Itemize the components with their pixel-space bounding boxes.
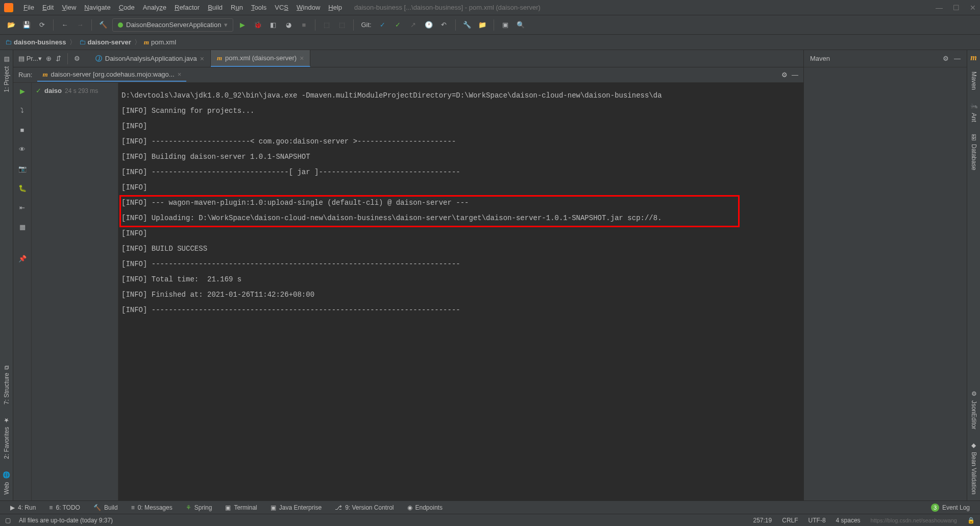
- save-icon[interactable]: 💾: [20, 19, 33, 31]
- menu-edit[interactable]: Edit: [38, 2, 58, 13]
- menu-build[interactable]: Build: [204, 2, 227, 13]
- sync-icon[interactable]: ⟳: [36, 19, 48, 31]
- gear-icon[interactable]: ⚙: [781, 71, 788, 79]
- indent-setting[interactable]: 4 spaces: [836, 517, 861, 524]
- messages-bottom-tab[interactable]: ≡0: Messages: [125, 503, 179, 513]
- close-tab-icon[interactable]: ×: [200, 55, 204, 63]
- search-icon[interactable]: 🔍: [514, 19, 527, 31]
- run-tab[interactable]: m daison-server [org.codehaus.mojo:wago.…: [37, 68, 186, 82]
- app-logo: [4, 3, 13, 12]
- target-icon[interactable]: ⊕: [46, 55, 52, 62]
- run-icon: ▶: [10, 504, 15, 511]
- menu-file[interactable]: File: [19, 2, 38, 13]
- exit-icon[interactable]: ⇤: [17, 202, 28, 212]
- database-tool-tab[interactable]: 🗄 Database: [968, 128, 979, 176]
- stop-button[interactable]: ■: [298, 19, 310, 31]
- menu-navigate[interactable]: Navigate: [80, 2, 114, 13]
- list-icon: ≡: [49, 504, 53, 511]
- close-icon[interactable]: ×: [178, 70, 182, 78]
- todo-bottom-tab[interactable]: ≡6: TODO: [43, 503, 86, 513]
- bug-filter-icon[interactable]: 🐛: [17, 183, 28, 193]
- enterprise-icon: ▣: [271, 504, 276, 511]
- file-encoding[interactable]: UTF-8: [808, 517, 826, 524]
- menu-refactor[interactable]: Refactor: [170, 2, 204, 13]
- coverage-button[interactable]: ◧: [267, 19, 279, 31]
- project-tool-tab[interactable]: 1: Project ▤: [1, 50, 12, 99]
- menu-help[interactable]: Help: [324, 2, 346, 13]
- menu-window[interactable]: Window: [292, 2, 324, 13]
- git-update-icon[interactable]: ✓: [377, 19, 389, 31]
- debug-button[interactable]: 🐞: [252, 19, 264, 31]
- java-enterprise-bottom-tab[interactable]: ▣Java Enterprise: [264, 503, 328, 513]
- rerun-icon[interactable]: ▶: [17, 86, 28, 96]
- pin-icon[interactable]: 📌: [17, 253, 28, 264]
- project-dropdown[interactable]: ▤ Pr...▾: [18, 55, 42, 62]
- breadcrumb-file[interactable]: m pom.xml: [144, 38, 176, 46]
- run-config-selector[interactable]: DaisonBeaconServerApplication ▾: [112, 18, 233, 32]
- web-tool-tab[interactable]: Web 🌐: [1, 465, 12, 500]
- ant-tool-tab[interactable]: 🐜 Ant: [968, 96, 979, 128]
- breadcrumb-root[interactable]: 🗀 daison-business: [5, 38, 66, 46]
- back-icon[interactable]: ←: [59, 19, 71, 31]
- watch-icon[interactable]: 👁: [17, 144, 28, 154]
- maven-tool-tab[interactable]: Maven: [968, 65, 979, 96]
- run-button[interactable]: ▶: [236, 19, 249, 31]
- console-output[interactable]: D:\devtools\Java\jdk1.8.0_92\bin\java.ex…: [118, 83, 803, 500]
- spring-bottom-tab[interactable]: ⚘Spring: [180, 503, 218, 513]
- settings-icon[interactable]: 🔧: [461, 19, 473, 31]
- gear-icon[interactable]: ⚙: [74, 55, 80, 62]
- lock-icon[interactable]: 🔒: [967, 517, 975, 524]
- git-history-icon[interactable]: 🕐: [423, 19, 435, 31]
- status-icon[interactable]: ▢: [5, 517, 11, 524]
- maximize-button[interactable]: ☐: [953, 4, 960, 12]
- step-icon[interactable]: ⤵: [17, 105, 28, 115]
- version-control-bottom-tab[interactable]: ⎇9: Version Control: [329, 503, 400, 513]
- close-button[interactable]: ✕: [970, 4, 976, 12]
- git-rollback-icon[interactable]: ↶: [438, 19, 450, 31]
- profile-button[interactable]: ◕: [282, 19, 295, 31]
- layout-icon[interactable]: ▦: [17, 222, 28, 232]
- structure-tool-tab[interactable]: 7: Structure ⧉: [1, 359, 12, 411]
- build-bottom-tab[interactable]: 🔨Build: [87, 503, 124, 513]
- maven-file-icon: m: [144, 38, 149, 46]
- open-icon[interactable]: 📂: [5, 19, 17, 31]
- git-push-icon[interactable]: ↗: [407, 19, 420, 31]
- menu-run[interactable]: Run: [227, 2, 247, 13]
- favorites-tool-tab[interactable]: 2: Favorites ★: [1, 411, 12, 465]
- endpoints-bottom-tab[interactable]: ◉Endpoints: [401, 503, 449, 513]
- collapse-icon[interactable]: ⇵: [56, 55, 61, 62]
- run-bottom-tab[interactable]: ▶4: Run: [4, 503, 42, 513]
- forward-icon[interactable]: →: [74, 19, 86, 31]
- gear-icon[interactable]: ⚙: [943, 55, 949, 62]
- services-icon[interactable]: ⬚: [336, 19, 348, 31]
- menu-vcs[interactable]: VCS: [271, 2, 292, 13]
- sdk-icon[interactable]: ▣: [499, 19, 511, 31]
- git-commit-icon[interactable]: ✓: [392, 19, 404, 31]
- tab-pom-xml[interactable]: m pom.xml (daison-server) ×: [211, 50, 310, 67]
- camera-icon[interactable]: 📷: [17, 163, 28, 174]
- breadcrumb-module[interactable]: 🗀 daison-server: [79, 38, 131, 46]
- close-tab-icon[interactable]: ×: [300, 54, 304, 62]
- branch-icon: ⎇: [335, 504, 342, 511]
- jsoneditor-tool-tab[interactable]: ⚙ JsonEditor: [968, 384, 979, 436]
- attach-icon[interactable]: ⬚: [321, 19, 333, 31]
- minimize-panel-icon[interactable]: —: [792, 71, 798, 79]
- menu-tools[interactable]: Tools: [247, 2, 271, 13]
- caret-position[interactable]: 257:19: [753, 517, 772, 524]
- tree-result-item[interactable]: ✓ daiso 24 s 293 ms: [36, 86, 114, 95]
- tab-daison-analysis[interactable]: Ⓙ DaisonAnalysisApplication.java ×: [89, 50, 211, 67]
- terminal-bottom-tab[interactable]: ▣Terminal: [219, 503, 263, 513]
- menu-code[interactable]: Code: [115, 2, 139, 13]
- editor-tabs-row: ▤ Pr...▾ ⊕ ⇵ ⚙ Ⓙ DaisonAnalysisApplicati…: [13, 50, 803, 67]
- list-icon: ≡: [131, 504, 135, 511]
- minimize-button[interactable]: —: [936, 4, 943, 12]
- build-icon[interactable]: 🔨: [97, 19, 109, 31]
- event-log-tab[interactable]: 3 Event Log: [925, 502, 976, 513]
- menu-analyze[interactable]: Analyze: [139, 2, 170, 13]
- stop-icon[interactable]: ■: [17, 125, 28, 135]
- menu-view[interactable]: View: [58, 2, 80, 13]
- minimize-panel-icon[interactable]: —: [954, 55, 961, 62]
- line-separator[interactable]: CRLF: [782, 517, 798, 524]
- bean-validation-tool-tab[interactable]: ◆ Bean Validation: [968, 436, 979, 500]
- project-structure-icon[interactable]: 📁: [476, 19, 488, 31]
